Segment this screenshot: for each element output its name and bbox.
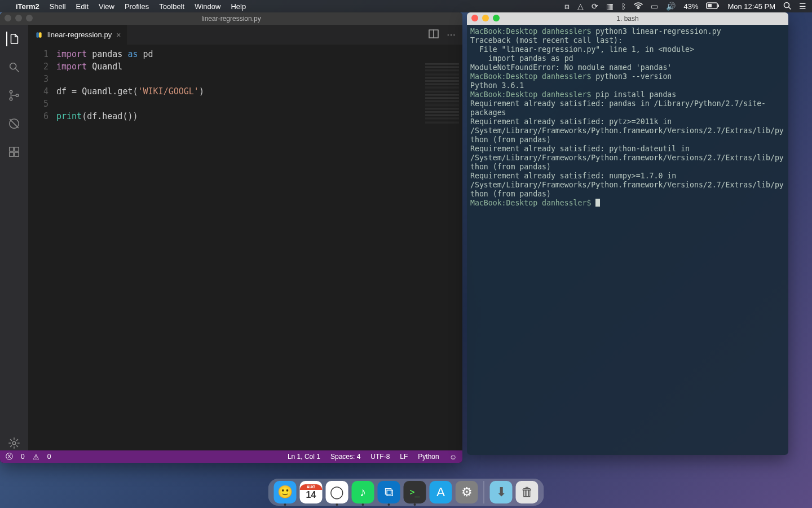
battery-percent[interactable]: 43% bbox=[683, 2, 698, 11]
svg-point-5 bbox=[10, 63, 16, 69]
status-warning-count[interactable]: 0 bbox=[47, 453, 51, 461]
dock-app-sysprefs[interactable]: ⚙ bbox=[456, 481, 478, 503]
notifications-icon[interactable]: ☰ bbox=[799, 2, 806, 11]
svg-point-0 bbox=[638, 8, 639, 9]
svg-rect-3 bbox=[708, 4, 712, 7]
spotlight-icon[interactable] bbox=[783, 2, 791, 11]
dock-app-chrome[interactable]: ◯ bbox=[326, 481, 348, 503]
status-cursor-pos[interactable]: Ln 1, Col 1 bbox=[288, 453, 320, 461]
battery-icon[interactable] bbox=[706, 2, 720, 11]
vscode-title: linear-regression.py bbox=[201, 15, 261, 23]
dock-downloads[interactable]: ⬇ bbox=[490, 481, 513, 503]
more-actions-icon[interactable]: ⋯ bbox=[447, 29, 456, 40]
editor-area: linear-regression.py × ⋯ 123456 import p… bbox=[28, 25, 462, 450]
line-number-gutter: 123456 bbox=[28, 45, 56, 450]
dock-app-spotify[interactable]: ♪ bbox=[352, 481, 374, 503]
menu-profiles[interactable]: Profiles bbox=[125, 2, 149, 11]
status-eol[interactable]: LF bbox=[400, 453, 408, 461]
svg-rect-12 bbox=[10, 152, 14, 156]
terminal-titlebar[interactable]: 1. bash bbox=[467, 12, 788, 25]
git-icon[interactable] bbox=[7, 88, 21, 103]
svg-rect-16 bbox=[39, 32, 42, 37]
menu-extra-icon[interactable]: ▥ bbox=[606, 2, 614, 11]
tab-close-icon[interactable]: × bbox=[116, 30, 121, 40]
status-language[interactable]: Python bbox=[418, 453, 439, 461]
svg-rect-2 bbox=[718, 5, 719, 7]
python-file-icon bbox=[35, 31, 43, 39]
bluetooth-icon[interactable]: ᛒ bbox=[621, 2, 626, 11]
menu-edit[interactable]: Edit bbox=[76, 2, 89, 11]
activity-bar bbox=[0, 25, 28, 450]
dropbox-icon[interactable]: ⧈ bbox=[564, 2, 570, 11]
gdrive-icon[interactable]: △ bbox=[577, 2, 584, 11]
tab-linear-regression[interactable]: linear-regression.py × bbox=[28, 25, 128, 45]
status-warning-icon[interactable]: ⚠ bbox=[33, 453, 39, 461]
menubar-app-name[interactable]: iTerm2 bbox=[16, 2, 39, 11]
zoom-icon[interactable] bbox=[493, 15, 500, 21]
svg-rect-13 bbox=[15, 152, 19, 156]
status-encoding[interactable]: UTF-8 bbox=[370, 453, 390, 461]
code-editor[interactable]: 123456 import pandas as pdimport Quandl … bbox=[28, 45, 462, 450]
minimap[interactable] bbox=[425, 62, 459, 124]
dock-app-finder[interactable]: 🙂 bbox=[274, 481, 297, 503]
search-icon[interactable] bbox=[7, 60, 21, 75]
extensions-icon[interactable] bbox=[7, 144, 21, 159]
menu-shell[interactable]: Shell bbox=[50, 2, 66, 11]
terminal-title: 1. bash bbox=[616, 15, 638, 23]
split-editor-icon[interactable] bbox=[429, 29, 439, 41]
traffic-lights[interactable] bbox=[5, 15, 33, 21]
close-icon[interactable] bbox=[5, 15, 11, 21]
sync-icon[interactable]: ⟳ bbox=[592, 2, 598, 11]
menubar-clock[interactable]: Mon 12:45 PM bbox=[727, 2, 775, 11]
svg-rect-11 bbox=[15, 147, 19, 151]
menu-help[interactable]: Help bbox=[231, 2, 246, 11]
editor-tabs: linear-regression.py × ⋯ bbox=[28, 25, 462, 45]
status-indent[interactable]: Spaces: 4 bbox=[330, 453, 360, 461]
vscode-titlebar[interactable]: linear-regression.py bbox=[0, 12, 462, 25]
close-icon[interactable] bbox=[471, 15, 478, 21]
terminal-body[interactable]: MacBook:Desktop danhessler$ python3 line… bbox=[467, 25, 788, 455]
minimize-icon[interactable] bbox=[15, 15, 22, 21]
wifi-icon[interactable] bbox=[634, 2, 643, 11]
status-bar: ⓧ 0 ⚠ 0 Ln 1, Col 1 Spaces: 4 UTF-8 LF P… bbox=[0, 450, 462, 463]
explorer-icon[interactable] bbox=[6, 32, 21, 46]
debug-icon[interactable] bbox=[7, 116, 21, 131]
menu-window[interactable]: Window bbox=[195, 2, 220, 11]
status-error-icon[interactable]: ⓧ bbox=[6, 452, 13, 462]
airplay-icon[interactable]: ▭ bbox=[651, 2, 658, 11]
svg-point-14 bbox=[12, 441, 16, 445]
minimize-icon[interactable] bbox=[482, 15, 489, 21]
svg-rect-15 bbox=[36, 32, 39, 37]
dock-app-calendar[interactable]: AUG14 bbox=[300, 481, 323, 503]
terminal-window: 1. bash MacBook:Desktop danhessler$ pyth… bbox=[467, 12, 788, 455]
dock-app-appstore[interactable]: A bbox=[430, 481, 452, 503]
settings-gear-icon[interactable] bbox=[7, 436, 21, 450]
vscode-window: linear-regression.py bbox=[0, 12, 462, 463]
tab-filename: linear-regression.py bbox=[47, 30, 112, 39]
macos-menubar: iTerm2 Shell Edit View Profiles Toolbelt… bbox=[0, 0, 812, 12]
code-lines[interactable]: import pandas as pdimport Quandl df = Qu… bbox=[56, 45, 204, 450]
status-feedback-icon[interactable]: ☺ bbox=[449, 453, 457, 461]
status-error-count[interactable]: 0 bbox=[21, 453, 25, 461]
dock: 🙂AUG14◯♪⧉>_A⚙⬇🗑 bbox=[268, 479, 544, 506]
zoom-icon[interactable] bbox=[26, 15, 33, 21]
dock-app-iterm[interactable]: >_ bbox=[404, 481, 426, 503]
menu-toolbelt[interactable]: Toolbelt bbox=[159, 2, 184, 11]
volume-icon[interactable]: 🔊 bbox=[666, 2, 676, 11]
traffic-lights[interactable] bbox=[471, 15, 500, 21]
dock-trash[interactable]: 🗑 bbox=[516, 481, 539, 503]
svg-point-4 bbox=[784, 2, 789, 7]
dock-app-vscode[interactable]: ⧉ bbox=[378, 481, 400, 503]
menu-view[interactable]: View bbox=[99, 2, 114, 11]
svg-rect-10 bbox=[10, 147, 14, 151]
